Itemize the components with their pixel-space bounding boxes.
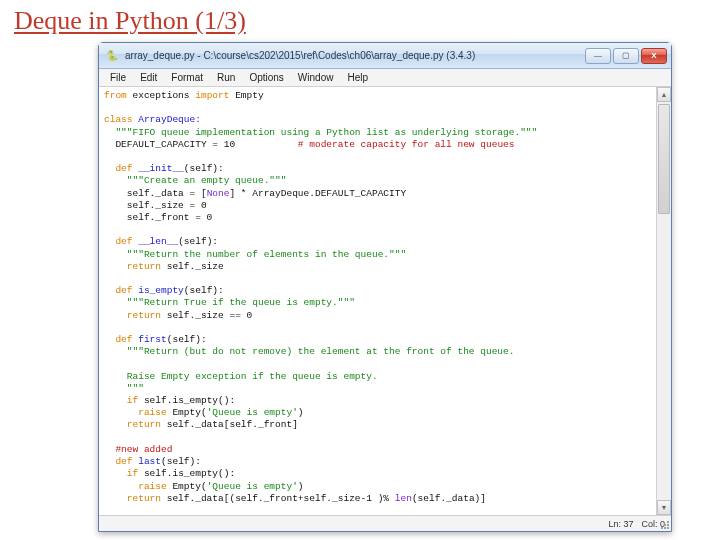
menu-format[interactable]: Format [164, 72, 210, 83]
code-token: if [104, 468, 138, 479]
code-token: raise [104, 481, 167, 492]
scroll-track[interactable] [657, 102, 671, 500]
code-token: """Return True if the queue is empty.""" [104, 297, 355, 308]
code-token: def [104, 163, 133, 174]
code-token: """FIFO queue implementation using a Pyt… [104, 127, 537, 138]
menu-file[interactable]: File [103, 72, 133, 83]
code-token: from [104, 90, 127, 101]
code-token: return [104, 493, 161, 504]
code-token: self._size == 0 [161, 310, 252, 321]
code-token: def [104, 334, 133, 345]
code-token: first [133, 334, 167, 345]
code-text-area[interactable]: from exceptions import Empty class Array… [99, 87, 656, 515]
code-token: self.is_empty(): [138, 395, 235, 406]
code-token: Raise Empty exception if the queue is em… [104, 371, 378, 382]
status-label: Ln: [608, 519, 623, 529]
code-token: def [104, 236, 133, 247]
code-token: #new added [104, 444, 172, 455]
status-line: Ln: 37 [608, 519, 633, 529]
code-token: def [104, 285, 133, 296]
code-token: return [104, 261, 161, 272]
editor-area: from exceptions import Empty class Array… [99, 87, 671, 515]
python-idle-icon: 🐍 [105, 49, 119, 63]
code-token: len [395, 493, 412, 504]
menu-bar: File Edit Format Run Options Window Help [99, 69, 671, 87]
maximize-button[interactable]: ▢ [613, 48, 639, 64]
code-token: import [195, 90, 229, 101]
resize-grip-icon[interactable] [659, 519, 669, 529]
code-token: return [104, 419, 161, 430]
code-token: self._data = [ [104, 188, 207, 199]
code-token: self._data[self._front] [161, 419, 298, 430]
slide-title: Deque in Python (1/3) [0, 0, 720, 36]
code-token: (self): [184, 163, 224, 174]
menu-help[interactable]: Help [340, 72, 375, 83]
code-token: self._size = 0 [104, 200, 207, 211]
code-token: return [104, 310, 161, 321]
code-token: # moderate capacity for all new queues [298, 139, 515, 150]
code-token: Empty( [167, 481, 207, 492]
code-token: def [104, 456, 133, 467]
code-token: (self): [178, 236, 218, 247]
status-value: 37 [623, 519, 633, 529]
code-token: ) [298, 481, 304, 492]
scroll-thumb[interactable] [658, 104, 670, 214]
code-token: (self._data)] [412, 493, 486, 504]
title-bar[interactable]: 🐍 array_deque.py - C:\course\cs202\2015\… [99, 43, 671, 69]
code-token: """Create an empty queue.""" [104, 175, 286, 186]
code-token: raise [104, 407, 167, 418]
code-token: is_empty [133, 285, 184, 296]
code-token: if [104, 395, 138, 406]
window-controls: — ▢ X [585, 48, 667, 64]
code-token: self._front = 0 [104, 212, 212, 223]
code-token: """ [104, 383, 144, 394]
code-token: 'Queue is empty' [207, 481, 298, 492]
code-token: ArrayDeque: [133, 114, 201, 125]
close-button[interactable]: X [641, 48, 667, 64]
menu-run[interactable]: Run [210, 72, 242, 83]
menu-edit[interactable]: Edit [133, 72, 164, 83]
code-token: __init__ [133, 163, 184, 174]
code-token: Empty [229, 90, 263, 101]
status-label: Col: [641, 519, 660, 529]
code-token: ] * ArrayDeque.DEFAULT_CAPACITY [229, 188, 406, 199]
code-token: DEFAULT_CAPACITY = 10 [104, 139, 298, 150]
window-title: array_deque.py - C:\course\cs202\2015\re… [125, 50, 585, 61]
code-token: self._size [161, 261, 224, 272]
vertical-scrollbar[interactable]: ▲ ▼ [656, 87, 671, 515]
code-token: (self): [167, 334, 207, 345]
code-token: 'Queue is empty' [207, 407, 298, 418]
scroll-down-button[interactable]: ▼ [657, 500, 671, 515]
code-token: last [133, 456, 162, 467]
code-token: (self): [161, 456, 201, 467]
code-token: class [104, 114, 133, 125]
code-token: """Return (but do not remove) the elemen… [104, 346, 514, 357]
menu-options[interactable]: Options [242, 72, 290, 83]
code-token: Empty( [167, 407, 207, 418]
code-token: self._data[(self._front+self._size-1 )% [161, 493, 395, 504]
idle-window: 🐍 array_deque.py - C:\course\cs202\2015\… [98, 42, 672, 532]
code-token: """Return the number of elements in the … [104, 249, 406, 260]
menu-window[interactable]: Window [291, 72, 341, 83]
code-token: __len__ [133, 236, 179, 247]
code-token: None [207, 188, 230, 199]
status-bar: Ln: 37 Col: 0 [99, 515, 671, 531]
code-token: (self): [184, 285, 224, 296]
scroll-up-button[interactable]: ▲ [657, 87, 671, 102]
code-token: exceptions [127, 90, 195, 101]
minimize-button[interactable]: — [585, 48, 611, 64]
code-token: self.is_empty(): [138, 468, 235, 479]
code-token: ) [298, 407, 304, 418]
